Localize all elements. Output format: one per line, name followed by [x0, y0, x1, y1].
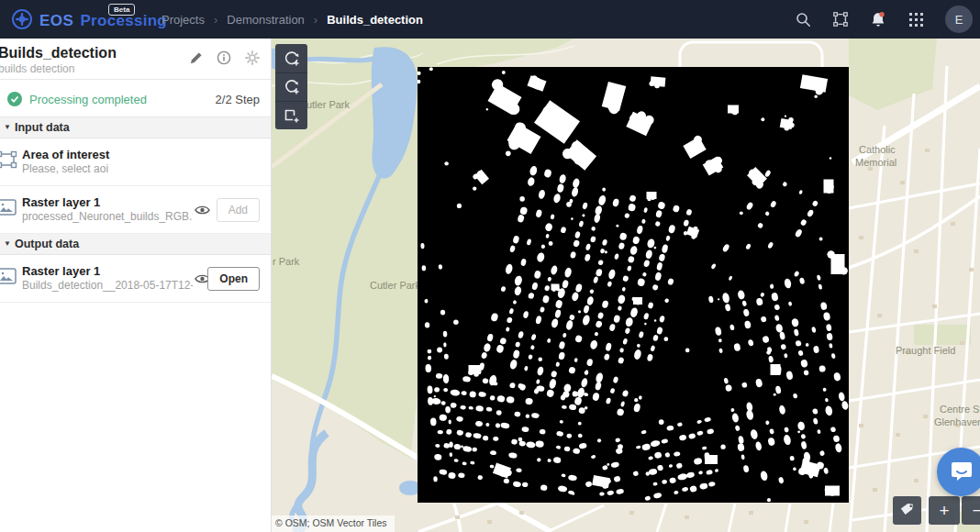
- beta-badge: Beta: [108, 4, 135, 16]
- output-raster-filename: Builds_detection__2018-05-17T12-14_...: [22, 279, 193, 293]
- draw-rectangle-button[interactable]: [275, 101, 307, 129]
- zoom-out-button[interactable]: −: [962, 496, 980, 525]
- aoi-subtitle: Please, select aoi: [22, 162, 193, 176]
- logo-text-eos: EOS: [39, 12, 73, 30]
- breadcrumb-projects[interactable]: Projects: [161, 13, 205, 27]
- edit-pencil-icon[interactable]: [188, 50, 203, 65]
- topbar-actions: E: [795, 0, 973, 39]
- breadcrumb-demonstration[interactable]: Demonstration: [227, 13, 305, 27]
- map-attribution: © OSM; OSM Vector Tiles: [272, 515, 395, 532]
- aoi-row[interactable]: Area of interest Please, select aoi: [0, 139, 271, 186]
- map-label-praught-field: Praught Field: [896, 345, 955, 356]
- visibility-eye-icon[interactable]: [195, 203, 210, 219]
- workflow-sidebar: Builds_detection builds detection: [0, 39, 272, 532]
- input-data-label: Input data: [15, 121, 70, 134]
- collapse-triangle-icon: ▼: [4, 239, 11, 248]
- tag-icon: [899, 501, 915, 520]
- input-raster-filename: processed_Neuronet_builds_RGB.tiff: [22, 210, 193, 224]
- step-counter: 2/2 Step: [216, 93, 260, 106]
- output-raster-row[interactable]: Raster layer 1 Builds_detection__2018-05…: [0, 255, 271, 303]
- aoi-title: Area of interest: [22, 147, 263, 162]
- workflow-header: Builds_detection builds detection: [0, 39, 271, 79]
- search-icon[interactable]: [795, 11, 811, 28]
- info-icon[interactable]: [217, 50, 231, 65]
- open-button[interactable]: Open: [207, 267, 260, 291]
- workflow-subtitle: builds detection: [0, 62, 74, 75]
- draw-polygon-button[interactable]: [275, 44, 307, 72]
- workflow-title: Builds_detection: [0, 45, 117, 61]
- breadcrumb: Projects › Demonstration › Builds_detect…: [161, 0, 423, 39]
- map-label-cutler-park-mid: Cutler Park: [370, 280, 421, 291]
- top-navbar: EOS Processing Beta Projects › Demonstra…: [0, 0, 980, 39]
- labels-toggle-button[interactable]: [893, 496, 921, 525]
- raster-layer-icon: [0, 267, 17, 289]
- chevron-right-icon: ›: [314, 13, 317, 27]
- chat-icon: [950, 459, 974, 486]
- input-raster-row[interactable]: Raster layer 1 processed_Neuronet_builds…: [0, 186, 271, 234]
- status-text: Processing completed: [29, 93, 147, 106]
- zoom-in-button[interactable]: +: [929, 496, 960, 525]
- draw-circle-button[interactable]: [275, 72, 307, 101]
- map-label-catholic: Catholic: [859, 144, 896, 155]
- map-label-memorial: Memorial: [855, 157, 896, 168]
- raster-layer-icon: [0, 198, 17, 220]
- eos-gear-logo-icon: [11, 8, 33, 34]
- aoi-draw-toolbar: [275, 44, 307, 129]
- aoi-icon: [0, 150, 17, 172]
- apps-grid-icon[interactable]: [908, 11, 924, 28]
- map-label-glenhaven: Glenhaven R: [934, 416, 980, 427]
- output-data-label: Output data: [15, 238, 79, 250]
- map-label-cutler-park-left: r Park: [273, 256, 300, 267]
- processing-status-row: Processing completed 2/2 Step: [0, 79, 271, 117]
- settings-gear-icon[interactable]: [245, 50, 260, 65]
- map-label-centre-st: Centre St &: [940, 404, 980, 415]
- area-select-icon[interactable]: [832, 11, 849, 28]
- add-button[interactable]: Add: [217, 198, 260, 222]
- user-avatar[interactable]: E: [945, 6, 973, 33]
- support-chat-button[interactable]: [937, 448, 980, 496]
- detection-overlay-canvas: [418, 67, 849, 503]
- chevron-right-icon: ›: [214, 13, 217, 27]
- output-data-section-header[interactable]: ▼ Output data: [0, 234, 271, 255]
- collapse-triangle-icon: ▼: [4, 123, 11, 131]
- breadcrumb-builds-detection: Builds_detection: [327, 13, 423, 27]
- check-circle-icon: [7, 92, 22, 110]
- input-data-section-header[interactable]: ▼ Input data: [0, 117, 271, 139]
- notifications-bell-icon[interactable]: [870, 11, 886, 28]
- app-logo[interactable]: EOS Processing: [11, 8, 167, 34]
- map-viewport[interactable]: Cutler Park r Park Cutler Park Catholic …: [272, 39, 980, 532]
